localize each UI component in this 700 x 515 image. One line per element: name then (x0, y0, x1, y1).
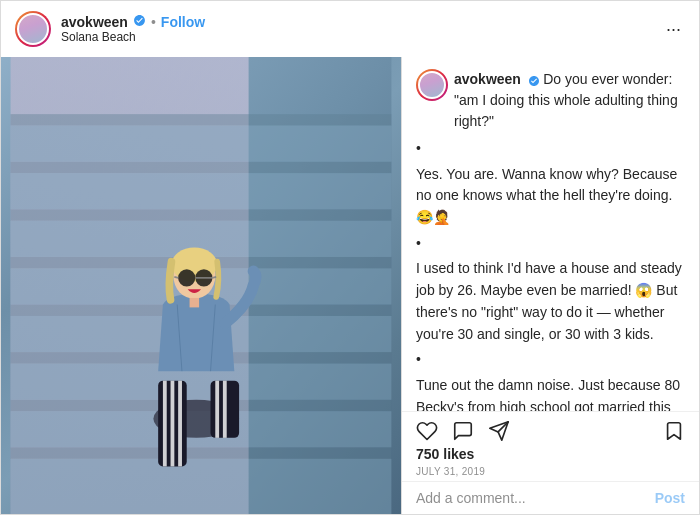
post-comment-button[interactable]: Post (655, 490, 685, 506)
svg-rect-22 (178, 381, 182, 467)
svg-line-32 (212, 277, 216, 278)
svg-line-30 (174, 277, 178, 278)
svg-rect-24 (215, 381, 219, 438)
post-body: avokween Do you ever wonder: "am I doing… (1, 57, 699, 514)
caption-verified (528, 73, 543, 87)
more-options-button[interactable]: ··· (662, 20, 685, 38)
post-location: Solana Beach (61, 30, 662, 44)
header-username[interactable]: avokween (61, 14, 128, 30)
post-date: July 31, 2019 (416, 466, 685, 477)
dot-separator: • (151, 14, 156, 30)
caption-content: avokween Do you ever wonder: "am I doing… (454, 69, 685, 132)
svg-rect-17 (11, 459, 392, 514)
bullet-3: • (416, 349, 685, 371)
instagram-post: avokween • Follow Solana Beach ··· (0, 0, 700, 515)
post-header: avokween • Follow Solana Beach ··· (1, 1, 699, 57)
post-actions: 750 likes July 31, 2019 (402, 411, 699, 481)
svg-rect-25 (223, 381, 227, 438)
para-2: I used to think I'd have a house and ste… (416, 258, 685, 345)
post-caption: avokween Do you ever wonder: "am I doing… (402, 57, 699, 411)
svg-point-28 (178, 269, 195, 286)
bookmark-button[interactable] (663, 420, 685, 442)
svg-rect-20 (163, 381, 167, 467)
svg-rect-33 (190, 298, 200, 308)
svg-rect-4 (11, 209, 392, 220)
share-button[interactable] (488, 420, 510, 442)
profile-avatar[interactable] (15, 11, 51, 47)
caption-body: • Yes. You are. Wanna know why? Because … (416, 138, 685, 411)
comment-input-area: Post (402, 481, 699, 514)
post-right-panel: avokween Do you ever wonder: "am I doing… (401, 57, 699, 514)
svg-rect-10 (11, 126, 392, 162)
comment-input[interactable] (416, 490, 655, 506)
bullet-2: • (416, 233, 685, 255)
follow-button[interactable]: Follow (161, 14, 205, 30)
verified-badge (133, 14, 146, 30)
para-3: Tune out the damn noise. Just because 80… (416, 375, 685, 411)
comment-button[interactable] (452, 420, 474, 442)
bullet-1: • (416, 138, 685, 160)
svg-rect-2 (11, 114, 392, 125)
svg-rect-11 (11, 173, 392, 209)
post-image (1, 57, 401, 514)
svg-rect-21 (171, 381, 175, 467)
header-info: avokween • Follow Solana Beach (61, 14, 662, 44)
svg-rect-9 (11, 447, 392, 458)
likes-count: 750 likes (416, 446, 685, 462)
like-button[interactable] (416, 420, 438, 442)
caption-username[interactable]: avokween (454, 71, 521, 87)
caption-avatar[interactable] (416, 69, 448, 101)
svg-rect-3 (11, 162, 392, 173)
para-1: Yes. You are. Wanna know why? Because no… (416, 164, 685, 229)
